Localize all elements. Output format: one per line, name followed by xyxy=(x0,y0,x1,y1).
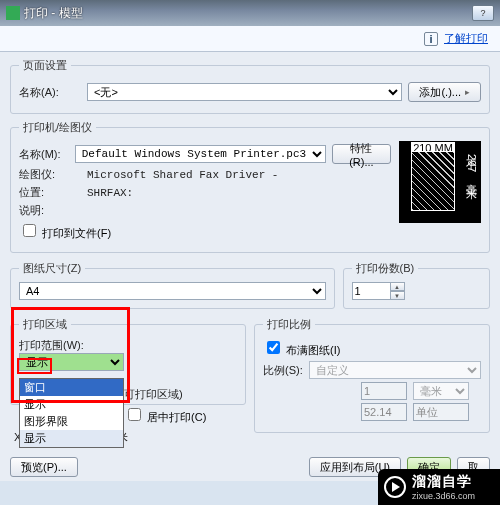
range-option-display[interactable]: 显示 xyxy=(20,396,123,413)
titlebar: 打印 - 模型 ? xyxy=(0,0,500,26)
copies-input[interactable] xyxy=(352,282,390,300)
watermark-url: zixue.3d66.com xyxy=(412,491,475,501)
app-icon xyxy=(6,6,20,20)
location-value: SHRFAX: xyxy=(87,187,133,199)
desc-label: 说明: xyxy=(19,203,81,218)
scale-ratio-select[interactable]: 自定义 xyxy=(309,361,481,379)
scale-unit1-select: 毫米 xyxy=(413,382,469,400)
info-bar: i 了解打印 xyxy=(0,26,500,52)
play-icon xyxy=(384,476,406,498)
page-name-select[interactable]: <无> xyxy=(87,83,402,101)
add-button[interactable]: 添加(.)... xyxy=(408,82,481,102)
center-print-checkbox[interactable]: 居中打印(C) xyxy=(124,405,206,425)
scale-num2-input xyxy=(361,403,407,421)
scale-ratio-label: 比例(S): xyxy=(263,363,303,378)
scale-unit2-input xyxy=(413,403,469,421)
range-option-display2[interactable]: 显示 xyxy=(20,430,123,447)
page-name-label: 名称(A): xyxy=(19,85,81,100)
scale-num1-input xyxy=(361,382,407,400)
range-option-extents[interactable]: 图形界限 xyxy=(20,413,123,430)
printer-name-label: 名称(M): xyxy=(19,147,69,162)
watermark-title: 溜溜自学 xyxy=(412,473,475,491)
page-setup-group: 页面设置 名称(A): <无> 添加(.)... xyxy=(10,58,490,114)
window-controls: ? xyxy=(472,5,494,21)
plotter-value: Microsoft Shared Fax Driver - xyxy=(87,169,278,181)
preview-button[interactable]: 预览(P)... xyxy=(10,457,78,477)
info-icon: i xyxy=(424,32,438,46)
window-title: 打印 - 模型 xyxy=(24,5,472,22)
plotter-label: 绘图仪: xyxy=(19,167,81,182)
print-to-file-checkbox[interactable]: 打印到文件(F) xyxy=(19,221,111,241)
print-range-dropdown-list[interactable]: 窗口 显示 图形界限 显示 xyxy=(19,378,124,448)
printer-legend: 打印机/绘图仪 xyxy=(19,120,96,135)
paper-preview: 210 MM 不 297 毫 米 xyxy=(399,141,481,223)
page-setup-legend: 页面设置 xyxy=(19,58,71,73)
preview-page-icon xyxy=(411,151,455,211)
learn-print-link[interactable]: 了解打印 xyxy=(444,31,488,46)
properties-button[interactable]: 特性(R)... xyxy=(332,144,391,164)
printer-name-select[interactable]: Default Windows System Printer.pc3 xyxy=(75,145,326,163)
printable-area-label: 可打印区域) xyxy=(124,388,183,400)
location-label: 位置: xyxy=(19,185,81,200)
preview-height-label: 不 297 毫 米 xyxy=(464,151,479,179)
copies-legend: 打印份数(B) xyxy=(352,261,419,276)
copies-group: 打印份数(B) ▲▼ xyxy=(343,261,491,309)
watermark: 溜溜自学 zixue.3d66.com xyxy=(378,469,500,505)
print-area-legend: 打印区域 xyxy=(19,317,71,332)
paper-size-legend: 图纸尺寸(Z) xyxy=(19,261,85,276)
print-scale-legend: 打印比例 xyxy=(263,317,315,332)
range-option-window[interactable]: 窗口 xyxy=(20,379,123,396)
paper-size-group: 图纸尺寸(Z) A4 xyxy=(10,261,335,309)
print-range-select[interactable]: 显示 xyxy=(19,353,124,371)
print-scale-group: 打印比例 布满图纸(I) 比例(S): 自定义 毫米 xyxy=(254,317,490,433)
print-range-label: 打印范围(W): xyxy=(19,338,237,353)
spin-up-icon[interactable]: ▲ xyxy=(390,282,405,291)
help-button[interactable]: ? xyxy=(472,5,494,21)
spin-down-icon[interactable]: ▼ xyxy=(390,291,405,300)
fit-to-paper-checkbox[interactable]: 布满图纸(I) xyxy=(263,344,340,356)
paper-size-select[interactable]: A4 xyxy=(19,282,326,300)
copies-spinner[interactable]: ▲▼ xyxy=(352,282,405,300)
printer-group: 打印机/绘图仪 名称(M): Default Windows System Pr… xyxy=(10,120,490,253)
